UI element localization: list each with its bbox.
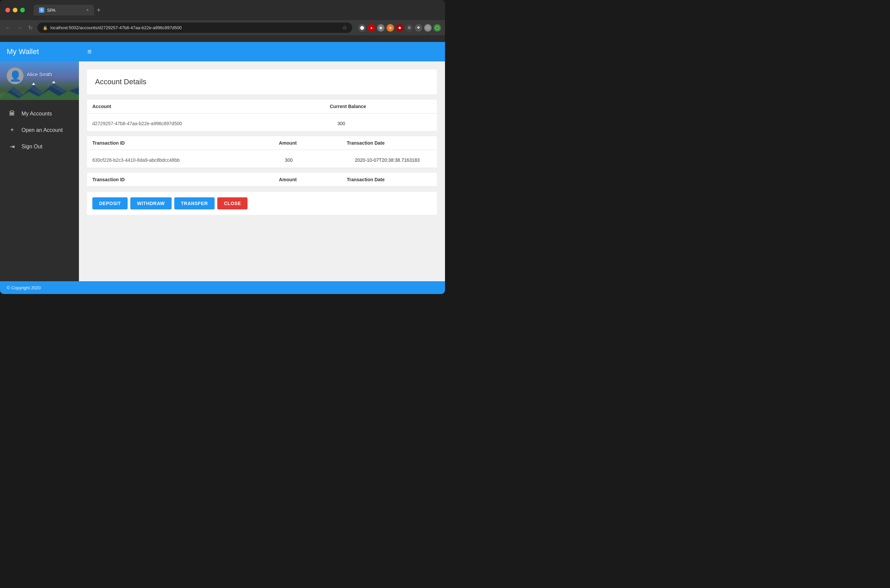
account-table-header: Account Current Balance [87,100,437,114]
refresh-button[interactable]: ↻ [27,23,34,32]
avatar: 👤 [7,68,24,84]
transaction-table-1-header: Transaction ID Amount Transaction Date [87,136,437,150]
page-title: Account Details [95,78,146,86]
content-area: Account Details Account Current Balance … [79,62,445,281]
address-bar-row: ← → ↻ 🔒 localhost:5002/accounts/d2729257… [0,20,445,35]
forward-button[interactable]: → [15,24,24,32]
tx-id-cell-1: 630cf226-b2c3-4410-8da9-abc8bdcc48bb [87,153,280,168]
ext-icon-4[interactable]: ◈ [386,24,394,32]
close-button[interactable]: CLOSE [217,197,248,209]
maximize-window-button[interactable] [20,8,25,12]
sidebar-profile: 👤 Alice Smith [0,62,79,100]
lock-icon: 🔒 [43,26,48,30]
close-window-button[interactable] [5,8,10,12]
address-bar[interactable]: 🔒 localhost:5002/accounts/d2729257-47b8-… [37,22,352,33]
tab-favicon: S [39,8,44,13]
footer: © Copyright 2020 [0,281,445,294]
action-buttons: DEPOSIT WITHDRAW TRANSFER CLOSE [87,192,437,215]
hamburger-menu-button[interactable]: ≡ [87,47,92,56]
transaction-table-1: 630cf226-b2c3-4410-8da9-abc8bdcc48bb 300… [87,153,437,168]
deposit-button[interactable]: DEPOSIT [92,197,128,209]
sidebar-username: Alice Smith [27,72,52,77]
top-nav: My Wallet ≡ [0,42,445,62]
account-col-header: Account [92,104,330,109]
sidebar-item-sign-out-label: Sign Out [21,144,42,150]
sidebar-item-sign-out[interactable]: ⇥ Sign Out [0,138,79,155]
tab-close-button[interactable]: × [86,8,89,12]
transaction-table-2-section: Transaction ID Amount Transaction Date [87,173,437,187]
new-tab-button[interactable]: + [97,6,101,14]
amount-col-header-2: Amount [279,177,347,182]
ext-icon-5[interactable]: ◆ [396,24,403,32]
transaction-row-1: 630cf226-b2c3-4410-8da9-abc8bdcc48bb 300… [87,153,437,168]
app-title: My Wallet [7,47,81,56]
svg-marker-4 [52,81,56,83]
sidebar-item-my-accounts[interactable]: 🏛 My Accounts [0,105,79,122]
transaction-table-1-section: Transaction ID Amount Transaction Date 6… [87,136,437,168]
balance-col-header: Current Balance [330,104,431,109]
txid-col-header-2: Transaction ID [92,177,279,182]
main-layout: 👤 Alice Smith 🏛 My Accounts + Open an Ac… [0,62,445,281]
ext-icon-2[interactable]: ● [368,24,375,32]
traffic-lights [5,8,25,12]
txid-col-header-1: Transaction ID [92,140,279,146]
app-container: My Wallet ≡ 👤 Alice S [0,42,445,294]
plus-icon: + [8,126,16,134]
ext-icon-8[interactable]: ⬡ [424,24,431,32]
bookmark-icon[interactable]: ☆ [342,24,347,31]
tx-amount-cell-1: 300 [280,153,349,168]
browser-extensions: ⬤ ● ◉ ◈ ◆ ⊙ ❖ ⬡ ◯ [358,24,441,32]
date-col-header-2: Transaction Date [347,177,432,182]
back-button[interactable]: ← [4,24,12,32]
ext-icon-6[interactable]: ⊙ [405,24,413,32]
browser-chrome: S SPA × + ← → ↻ 🔒 localhost:5002/account… [0,0,445,42]
sidebar-item-my-accounts-label: My Accounts [21,111,52,117]
avatar-icon: 👤 [9,70,21,82]
account-table: d2729257-47b8-47aa-b22e-a996c897d500 300 [87,116,437,131]
ext-icon-7[interactable]: ❖ [415,24,422,32]
balance-cell: 300 [332,116,437,131]
withdraw-button[interactable]: WITHDRAW [130,197,171,209]
active-tab[interactable]: S SPA × [34,5,94,15]
amount-col-header-1: Amount [279,140,347,146]
date-col-header-1: Transaction Date [347,140,432,146]
svg-marker-3 [32,82,35,85]
sidebar-nav: 🏛 My Accounts + Open an Account ⇥ Sign O… [0,100,79,281]
minimize-window-button[interactable] [13,8,18,12]
transaction-table-2-header: Transaction ID Amount Transaction Date [87,173,437,187]
account-id-cell: d2729257-47b8-47aa-b22e-a996c897d500 [87,116,332,131]
transfer-button[interactable]: TRANSFER [174,197,215,209]
copyright-text: © Copyright 2020 [7,285,41,290]
signout-icon: ⇥ [8,143,16,150]
account-table-section: Account Current Balance d2729257-47b8-47… [87,100,437,131]
browser-titlebar: S SPA × + [0,0,445,20]
sidebar-item-open-account[interactable]: + Open an Account [0,122,79,138]
url-display: localhost:5002/accounts/d2729257-47b8-47… [50,25,182,30]
tx-date-cell-1: 2020-10-07T20:38:38.7163183 [349,153,437,168]
bank-icon: 🏛 [8,110,16,117]
tab-bar: S SPA × + [34,5,101,15]
ext-icon-9[interactable]: ◯ [434,24,441,32]
tab-label: SPA [47,8,56,13]
account-table-row: d2729257-47b8-47aa-b22e-a996c897d500 300 [87,116,437,131]
ext-icon-3[interactable]: ◉ [377,24,385,32]
sidebar: 👤 Alice Smith 🏛 My Accounts + Open an Ac… [0,62,79,281]
page-title-card: Account Details [87,69,437,94]
ext-icon-1[interactable]: ⬤ [358,24,366,32]
sidebar-item-open-account-label: Open an Account [21,127,63,133]
